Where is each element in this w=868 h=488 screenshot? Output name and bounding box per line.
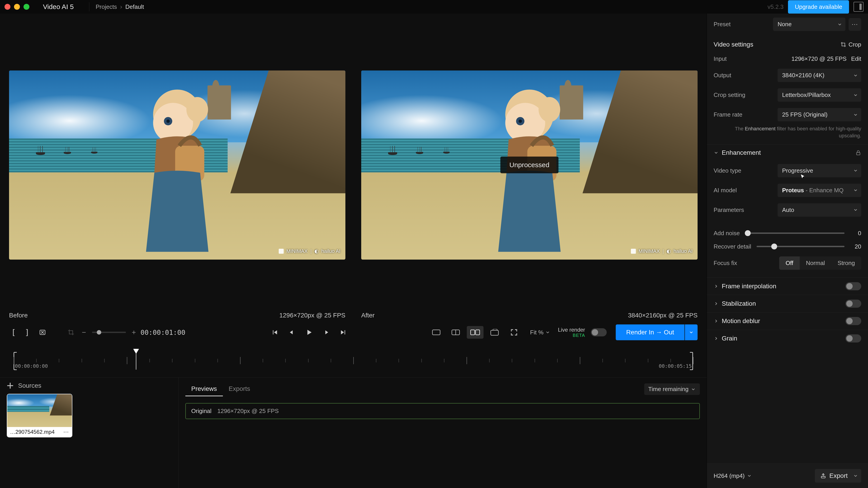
parameters-select[interactable]: Auto	[778, 203, 861, 217]
fullscreen-button[interactable]	[506, 326, 522, 339]
version-label: v5.2.3	[768, 3, 784, 10]
frame-interpolation-section[interactable]: Frame interpolation	[707, 278, 868, 295]
go-to-end-button[interactable]	[337, 326, 350, 339]
watermark: MINIMAX | ◐ hailuo AI	[631, 248, 692, 254]
ai-model-select[interactable]: Proteus - Enhance MQ	[778, 184, 861, 197]
after-label: After	[361, 312, 375, 319]
after-frame[interactable]: MINIMAX | ◐ hailuo AI Unprocessed	[361, 70, 698, 260]
sources-title: Sources	[18, 382, 41, 389]
zoom-window-button[interactable]	[24, 4, 29, 10]
clear-in-out-button[interactable]	[36, 326, 49, 339]
before-frame[interactable]: MINIMAX | ◐ hailuo AI	[9, 70, 345, 260]
video-type-label: Video type	[714, 167, 741, 174]
minimax-logo-icon	[631, 249, 636, 254]
video-settings-title: Video settings	[714, 41, 753, 48]
breadcrumb-current[interactable]: Default	[125, 3, 144, 10]
zoom-slider[interactable]	[92, 332, 126, 333]
input-label: Input	[714, 55, 727, 62]
focus-fix-off[interactable]: Off	[779, 256, 800, 270]
focus-fix-normal[interactable]: Normal	[800, 256, 831, 270]
enhancement-note: The Enhancement filter has been enabled …	[707, 125, 868, 144]
fit-zoom-select[interactable]: Fit %	[530, 329, 550, 336]
svg-rect-17	[475, 330, 480, 335]
before-image: MINIMAX | ◐ hailuo AI	[9, 70, 345, 260]
focus-fix-strong[interactable]: Strong	[831, 256, 861, 270]
jobs-panel: Previews Exports Time remaining Original…	[179, 378, 707, 488]
exports-tab[interactable]: Exports	[223, 382, 256, 396]
playhead[interactable]	[136, 349, 136, 369]
svg-point-10	[519, 120, 522, 123]
motion-deblur-section[interactable]: Motion deblur	[707, 312, 868, 330]
frame-rate-select[interactable]: 25 FPS (Original)	[778, 108, 861, 121]
svg-point-8	[538, 97, 560, 122]
export-format-select[interactable]: H264 (mp4)	[714, 473, 752, 480]
timecode-display[interactable]: 00:00:01:00	[141, 328, 190, 336]
prev-frame-button[interactable]	[285, 326, 298, 339]
job-name: Original	[191, 408, 212, 415]
video-type-select[interactable]: Progressive	[778, 164, 861, 177]
play-button[interactable]	[303, 326, 315, 339]
set-out-point-button[interactable]: ]	[23, 328, 32, 337]
next-frame-button[interactable]	[320, 326, 333, 339]
stabilization-toggle[interactable]	[845, 300, 861, 308]
grain-section[interactable]: Grain	[707, 330, 868, 347]
output-select[interactable]: 3840×2160 (4K)	[778, 69, 861, 82]
divider	[89, 2, 89, 11]
render-button[interactable]: Render In → Out	[616, 324, 684, 340]
input-edit-button[interactable]: Edit	[851, 55, 861, 62]
titlebar: Video AI 5 Projects › Default v5.2.3 Upg…	[0, 0, 868, 13]
recover-detail-label: Recover detail	[714, 243, 751, 250]
window-controls	[4, 4, 29, 10]
enhancement-section-header[interactable]: Enhancement	[707, 144, 868, 161]
crop-icon	[840, 41, 846, 47]
compare-ab-button[interactable]	[486, 326, 503, 339]
parameters-label: Parameters	[714, 206, 744, 214]
close-window-button[interactable]	[4, 4, 10, 10]
timeline[interactable]: 00:00:00:00 00:00:05:15	[13, 348, 693, 375]
split-view-button[interactable]	[447, 326, 464, 339]
focus-fix-segmented[interactable]: Off Normal Strong	[779, 256, 861, 270]
sources-panel: Sources …290754562.mp4 ⋯	[0, 378, 179, 488]
settings-panel: Preset None ⋯ Video settings Crop Input …	[707, 13, 868, 488]
grain-toggle[interactable]	[845, 334, 861, 343]
side-by-side-view-button[interactable]	[467, 326, 484, 339]
crop-setting-select[interactable]: Letterbox/Pillarbox	[778, 88, 861, 102]
export-button[interactable]: Export	[815, 469, 861, 483]
set-in-point-button[interactable]: [	[9, 328, 18, 337]
source-clip[interactable]: …290754562.mp4 ⋯	[7, 394, 72, 437]
go-to-start-button[interactable]	[268, 326, 281, 339]
render-options-button[interactable]	[685, 324, 698, 340]
previews-tab[interactable]: Previews	[185, 382, 223, 396]
frame-interpolation-toggle[interactable]	[845, 282, 861, 290]
lock-icon	[855, 150, 861, 156]
live-render-toggle[interactable]	[591, 328, 607, 336]
zoom-out-button[interactable]: −	[82, 328, 86, 337]
preset-label: Preset	[714, 21, 731, 28]
svg-point-2	[186, 97, 208, 122]
unprocessed-badge: Unprocessed	[500, 157, 559, 173]
character-illustration	[123, 86, 231, 252]
add-noise-label: Add noise	[714, 230, 740, 237]
motion-deblur-toggle[interactable]	[845, 317, 861, 325]
add-noise-slider[interactable]	[745, 232, 844, 234]
job-spec: 1296×720px @ 25 FPS	[217, 408, 279, 415]
svg-rect-18	[491, 330, 498, 335]
crop-tool-button[interactable]	[65, 326, 77, 339]
breadcrumb-projects[interactable]: Projects	[96, 3, 117, 10]
preset-select[interactable]: None	[773, 18, 845, 31]
source-clip-menu-button[interactable]: ⋯	[63, 429, 69, 435]
preview-job-row[interactable]: Original 1296×720px @ 25 FPS	[185, 403, 700, 419]
upgrade-button[interactable]: Upgrade available	[788, 0, 849, 13]
add-noise-value: 0	[850, 230, 861, 237]
single-view-button[interactable]	[428, 326, 445, 339]
time-remaining-select[interactable]: Time remaining	[644, 383, 700, 395]
timeline-end-label: 00:00:05:15	[659, 363, 692, 369]
add-source-button[interactable]	[7, 382, 13, 389]
minimize-window-button[interactable]	[14, 4, 20, 10]
crop-button[interactable]: Crop	[840, 41, 861, 48]
stabilization-section[interactable]: Stabilization	[707, 295, 868, 312]
recover-detail-slider[interactable]	[756, 246, 844, 247]
toggle-right-panel-button[interactable]	[854, 2, 864, 12]
preset-more-button[interactable]: ⋯	[848, 18, 861, 31]
zoom-in-button[interactable]: +	[132, 328, 136, 337]
